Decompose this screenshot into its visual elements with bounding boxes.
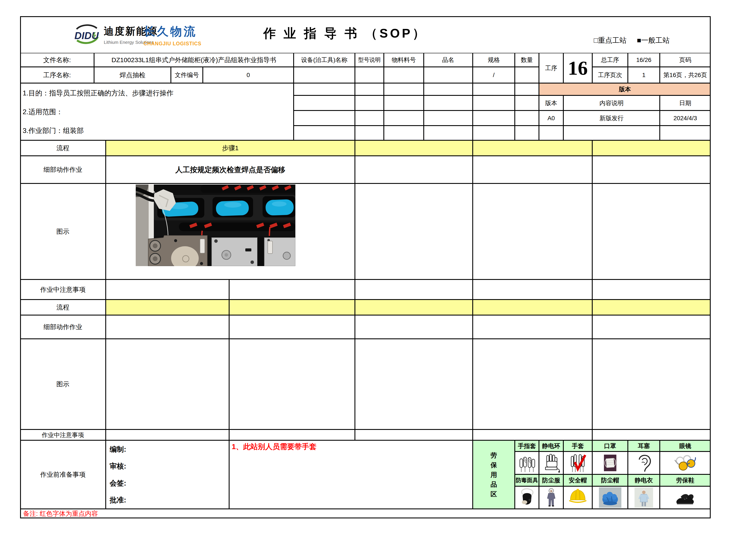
empty-cell: [106, 279, 229, 299]
empty-cell: [229, 315, 355, 339]
changjiu-brand-name: 长久物流: [144, 24, 201, 40]
empty-cell: [384, 83, 424, 96]
solder-joint-inspection-photo: [136, 184, 295, 266]
empty-cell: [355, 110, 384, 126]
ppe-cell: [592, 451, 628, 474]
empty-cell: [424, 83, 473, 96]
empty-cell: [592, 315, 711, 339]
gas-mask-icon: [517, 487, 537, 508]
process-page-value: 1: [628, 67, 660, 83]
total-process-label: 总工序: [592, 53, 628, 67]
ppe-header-earplugs: 耳塞: [628, 440, 660, 451]
empty-cell: [473, 430, 592, 440]
prep-label: 作业前准备事项: [20, 440, 106, 509]
process-page-label: 工序页次: [592, 67, 628, 83]
flow1-step1: 步骤1: [106, 140, 355, 156]
empty-cell: [563, 126, 660, 140]
empty-cell: [592, 156, 711, 183]
remark-note: 备注: 红色字体为重点内容: [20, 509, 711, 519]
empty-cell: [515, 126, 539, 140]
empty-cell: [355, 96, 384, 110]
empty-cell: [229, 430, 355, 440]
countersign-label: 会签:: [110, 479, 126, 488]
empty-cell: [106, 430, 229, 440]
empty-cell: [592, 339, 711, 430]
empty-cell: [355, 67, 384, 83]
empty-cell: [592, 430, 711, 440]
empty-cell: [355, 339, 473, 430]
process-label: 工序: [539, 53, 563, 83]
empty-cell: [473, 315, 592, 339]
changjiu-logo: 长久物流 CHANGJIU LOGISTICS: [144, 24, 201, 47]
empty-cell: [592, 140, 711, 156]
station-type-checkboxes: □重点工站 ■一般工站: [594, 36, 670, 45]
detail2-label: 细部动作作业: [20, 315, 106, 339]
dust-cap-icon: [598, 487, 622, 508]
caution1-label: 作业中注意事项: [20, 279, 106, 299]
safety-shoes-icon: [671, 487, 699, 508]
flow2-label: 流程: [20, 299, 106, 315]
empty-cell: [515, 67, 539, 83]
approved-by-label: 批准:: [110, 495, 126, 504]
empty-cell: [384, 67, 424, 83]
ppe-header-esd-clothes: 静电衣: [628, 474, 660, 486]
ppe-cell: [660, 486, 711, 509]
empty-cell: [294, 126, 355, 140]
ppe-header-gloves: 手套: [563, 440, 592, 451]
empty-cell: [424, 67, 473, 83]
esd-wrist-strap-icon: [541, 453, 562, 473]
dust-suit-icon: [542, 487, 561, 508]
empty-cell: [473, 156, 592, 183]
empty-cell: [515, 96, 539, 110]
empty-cell: [294, 110, 355, 126]
empty-cell: [384, 110, 424, 126]
empty-cell: [592, 183, 711, 279]
empty-cell: [355, 299, 473, 315]
ppe-header-helmet: 安全帽: [563, 474, 592, 486]
page-no-value: 第16页，共26页: [660, 67, 711, 83]
doc-name-label: 文件名称:: [20, 53, 94, 67]
version-desc-value: 新版发行: [563, 110, 660, 126]
empty-cell: [424, 110, 473, 126]
empty-cell: [355, 183, 473, 279]
empty-cell: [539, 126, 563, 140]
ppe-cell: [628, 486, 660, 509]
ppe-cell: [539, 486, 563, 509]
general-station-checkbox: ■一般工站: [637, 36, 670, 45]
qty-header: 数量: [515, 53, 539, 67]
ppe-area-label-cell: 劳保用品区: [473, 440, 515, 509]
spec-header: 规格: [473, 53, 515, 67]
empty-cell: [355, 156, 473, 183]
empty-cell: [355, 126, 384, 140]
glove-check-icon: [567, 453, 588, 473]
empty-cell: [515, 83, 539, 96]
face-mask-icon: [602, 453, 619, 473]
empty-cell: [515, 110, 539, 126]
empty-cell: [106, 299, 229, 315]
empty-cell: [106, 315, 229, 339]
empty-cell: [473, 140, 592, 156]
process-number: 16: [563, 53, 592, 83]
didu-logo-icon: DIDU: [73, 23, 101, 47]
version-section-header: 版本: [539, 83, 711, 96]
purpose-section: 1.目的：指导员工按照正确的方法、步骤进行操作 2.适用范围： 3.作业部门：组…: [20, 83, 294, 140]
esd-garment-icon: [634, 487, 653, 508]
prep-note-text: 1、此站别人员需要带手套: [232, 442, 316, 451]
ear-plug-icon: [634, 453, 654, 473]
empty-cell: [229, 279, 355, 299]
empty-cell: [592, 299, 711, 315]
spec-value: /: [473, 67, 515, 83]
page-no-header: 页码: [660, 53, 711, 67]
safety-glasses-icon: [671, 453, 699, 473]
ppe-cell: [563, 451, 592, 474]
ppe-cell: [515, 451, 539, 474]
ppe-header-dust-suit: 防尘服: [539, 474, 563, 486]
version-desc-header: 内容说明: [563, 96, 660, 110]
ppe-cell: [563, 486, 592, 509]
empty-cell: [294, 96, 355, 110]
ppe-cell: [515, 486, 539, 509]
ppe-header-glasses: 眼镜: [660, 440, 711, 451]
empty-cell: [355, 279, 473, 299]
empty-cell: [660, 126, 711, 140]
empty-cell: [294, 67, 355, 83]
